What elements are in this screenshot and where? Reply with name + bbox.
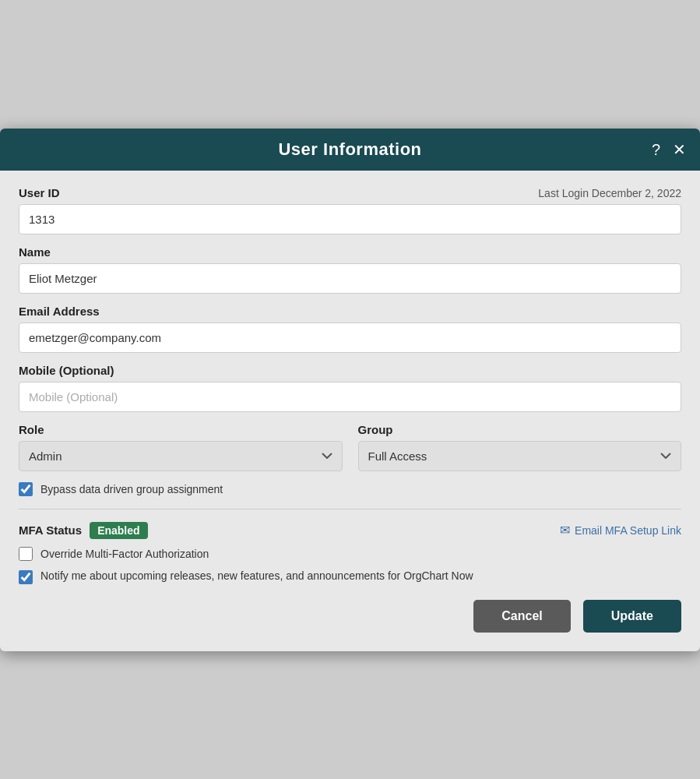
user-id-header: User ID Last Login December 2, 2022 (19, 186, 681, 199)
mobile-row: Mobile (Optional) (19, 364, 681, 412)
notify-label[interactable]: Notify me about upcoming releases, new f… (40, 569, 473, 584)
mfa-label: MFA Status (19, 523, 82, 537)
close-button[interactable]: ✕ (671, 140, 688, 159)
group-col: Group Full Access Read Only Custom (358, 423, 682, 471)
override-mfa-row: Override Multi-Factor Authorization (19, 547, 681, 561)
bypass-checkbox[interactable] (19, 482, 33, 496)
email-input[interactable] (19, 323, 681, 353)
mfa-status-badge: Enabled (90, 522, 147, 539)
mfa-status-row: MFA Status Enabled ✉ Email MFA Setup Lin… (19, 522, 681, 539)
name-header: Name (19, 245, 681, 259)
group-header: Group (358, 423, 682, 436)
close-icon: ✕ (673, 142, 686, 157)
user-id-input[interactable] (19, 204, 681, 234)
footer-buttons: Cancel Update (19, 600, 681, 633)
bypass-label[interactable]: Bypass data driven group assignment (40, 483, 223, 495)
notify-checkbox[interactable] (19, 570, 33, 584)
modal-title: User Information (278, 139, 421, 160)
update-button[interactable]: Update (583, 600, 681, 633)
role-select[interactable]: Admin User Viewer (19, 441, 343, 471)
modal-header: User Information ? ✕ (0, 129, 700, 171)
email-header: Email Address (19, 305, 681, 318)
override-mfa-checkbox[interactable] (19, 547, 33, 561)
email-label: Email Address (19, 305, 100, 318)
override-mfa-label[interactable]: Override Multi-Factor Authorization (40, 548, 209, 560)
group-select[interactable]: Full Access Read Only Custom (358, 441, 682, 471)
cancel-button[interactable]: Cancel (473, 600, 570, 633)
user-id-label: User ID (19, 186, 60, 199)
email-mfa-link[interactable]: ✉ Email MFA Setup Link (560, 523, 681, 538)
modal-body: User ID Last Login December 2, 2022 Name… (0, 171, 700, 651)
header-icons: ? ✕ (650, 140, 688, 159)
role-label: Role (19, 423, 44, 436)
email-mfa-link-text: Email MFA Setup Link (575, 524, 681, 537)
help-icon: ? (652, 142, 660, 157)
role-header: Role (19, 423, 343, 436)
notify-row: Notify me about upcoming releases, new f… (19, 569, 681, 584)
help-button[interactable]: ? (650, 140, 662, 159)
divider (19, 509, 681, 509)
group-label: Group (358, 423, 393, 436)
role-col: Role Admin User Viewer (19, 423, 343, 471)
email-row: Email Address (19, 305, 681, 353)
role-group-row: Role Admin User Viewer Group Full Access… (19, 423, 681, 471)
email-icon: ✉ (560, 523, 570, 538)
mobile-input[interactable] (19, 382, 681, 412)
mobile-label: Mobile (Optional) (19, 364, 114, 377)
bypass-checkbox-row: Bypass data driven group assignment (19, 482, 681, 496)
name-input[interactable] (19, 263, 681, 294)
name-row: Name (19, 245, 681, 294)
last-login-text: Last Login December 2, 2022 (538, 187, 681, 199)
mobile-header: Mobile (Optional) (19, 364, 681, 377)
user-id-row: User ID Last Login December 2, 2022 (19, 186, 681, 234)
name-label: Name (19, 245, 51, 259)
mfa-left: MFA Status Enabled (19, 522, 148, 539)
user-information-modal: User Information ? ✕ User ID Last Login … (0, 129, 700, 651)
